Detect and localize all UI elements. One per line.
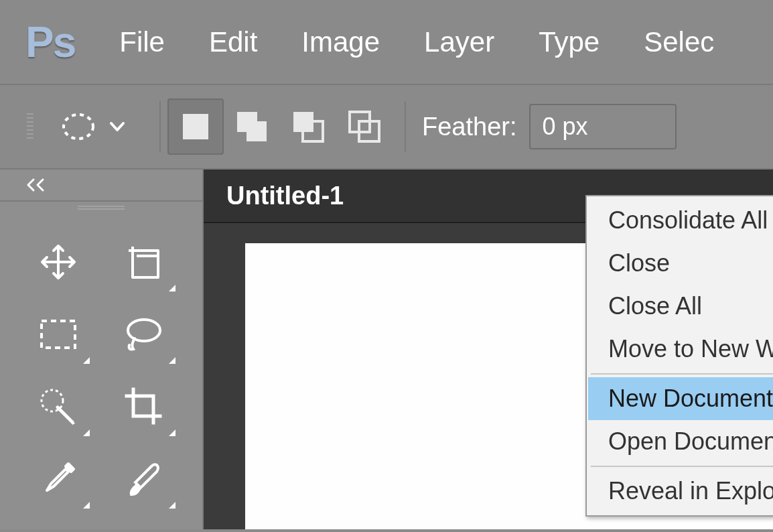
quick-selection-icon — [38, 386, 79, 427]
svg-point-0 — [64, 115, 93, 139]
ctx-close-all[interactable]: Close All — [588, 285, 773, 328]
panel-grip-icon[interactable] — [0, 202, 202, 215]
ctx-reveal-explorer[interactable]: Reveal in Explorer — [588, 470, 773, 513]
menu-type[interactable]: Type — [539, 26, 600, 58]
ctx-move-new-window[interactable]: Move to New Window — [588, 328, 773, 371]
add-to-selection-button[interactable] — [224, 98, 280, 155]
body-area: Untitled-1 Consolidate All to Here Close… — [0, 170, 773, 529]
divider — [405, 101, 406, 152]
brush-tool[interactable] — [106, 443, 182, 515]
flyout-indicator-icon — [169, 285, 175, 291]
feather-input[interactable] — [529, 104, 677, 149]
svg-line-14 — [58, 407, 72, 422]
ctx-consolidate-all[interactable]: Consolidate All to Here — [588, 199, 773, 242]
ctx-new-document[interactable]: New Document... — [588, 377, 773, 420]
brush-tool-icon — [125, 460, 163, 498]
tools-panel — [0, 170, 204, 529]
active-tool-dropdown[interactable] — [48, 103, 138, 150]
flyout-indicator-icon — [169, 502, 175, 509]
add-selection-icon — [234, 109, 269, 144]
lasso-tool[interactable] — [106, 298, 182, 371]
rectangular-marquee-icon — [39, 318, 78, 350]
collapse-icon — [25, 177, 52, 193]
feather-control: Feather: — [422, 104, 677, 149]
tools-panel-collapse-button[interactable] — [0, 170, 202, 202]
ctx-open-document[interactable]: Open Document... — [588, 420, 773, 463]
flyout-indicator-icon — [83, 502, 90, 509]
subtract-from-selection-button[interactable] — [280, 98, 336, 155]
new-selection-button[interactable] — [167, 98, 224, 155]
crop-tool[interactable] — [106, 371, 182, 443]
elliptical-marquee-icon — [60, 109, 96, 145]
chevron-down-icon — [109, 118, 126, 135]
feather-label: Feather: — [422, 113, 517, 141]
svg-rect-1 — [183, 114, 208, 139]
options-bar: Feather: — [0, 84, 773, 170]
rectangular-marquee-tool[interactable] — [20, 298, 96, 371]
lasso-tool-icon — [124, 316, 164, 353]
divider — [159, 101, 161, 152]
menu-image[interactable]: Image — [301, 26, 380, 58]
menu-file[interactable]: File — [119, 26, 165, 58]
menu-bar: Ps File Edit Image Layer Type Selec — [0, 0, 773, 84]
flyout-indicator-icon — [169, 357, 175, 364]
flyout-indicator-icon — [169, 429, 175, 436]
svg-point-12 — [128, 320, 160, 341]
document-area: Untitled-1 Consolidate All to Here Close… — [204, 170, 773, 529]
menu-select[interactable]: Selec — [644, 26, 714, 58]
move-tool[interactable] — [20, 226, 96, 298]
flyout-indicator-icon — [83, 429, 90, 436]
svg-rect-3 — [247, 121, 267, 141]
app-logo: Ps — [25, 21, 75, 64]
menu-layer[interactable]: Layer — [424, 26, 494, 58]
flyout-indicator-icon — [83, 357, 90, 364]
svg-rect-11 — [42, 321, 75, 348]
artboard-tool-icon — [125, 243, 163, 281]
document-tab[interactable]: Untitled-1 — [204, 170, 366, 222]
intersect-selection-button[interactable] — [336, 98, 393, 155]
eyedropper-icon — [39, 460, 78, 498]
subtract-selection-icon — [291, 109, 326, 144]
eyedropper-tool[interactable] — [20, 443, 96, 515]
filled-square-icon — [182, 113, 210, 141]
crop-tool-icon — [124, 387, 164, 427]
quick-selection-tool[interactable] — [20, 371, 96, 443]
move-tool-icon — [39, 243, 78, 281]
ctx-close[interactable]: Close — [588, 242, 773, 285]
artboard-tool[interactable] — [106, 226, 182, 298]
intersect-selection-icon — [347, 109, 382, 144]
menu-edit[interactable]: Edit — [209, 26, 257, 58]
options-bar-grip-icon[interactable] — [27, 113, 33, 140]
ctx-separator — [591, 466, 773, 467]
tab-context-menu: Consolidate All to Here Close Close All … — [585, 195, 773, 517]
ctx-separator — [591, 373, 773, 375]
